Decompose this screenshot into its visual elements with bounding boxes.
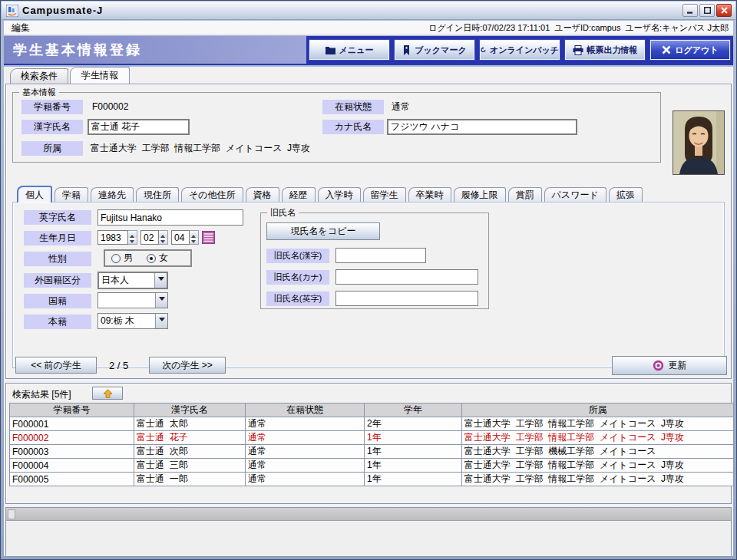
old-name-kanji-input[interactable] [335,248,426,263]
kana-name-input[interactable] [387,119,577,135]
old-name-legend: 旧氏名 [267,207,299,218]
nationality-label: 国籍 [24,294,91,308]
domicile-select[interactable]: 09:栃 木 [97,313,168,329]
spin-down-icon [190,238,198,245]
domicile-value: 09:栃 木 [98,314,155,328]
old-name-english-label: 旧氏名(英字) [266,292,329,306]
minimize-icon [687,7,694,14]
pager-position: 2 / 5 [109,358,128,373]
result-row[interactable]: F000001富士通 太郎通常2年富士通大学 工学部 情報工学部 メイトコース … [10,417,734,431]
birthdate-group: 1983 02 04 [97,230,215,245]
birth-month-field[interactable]: 02 [140,230,159,245]
printer-icon [573,45,583,55]
next-student-button[interactable]: 次の学生 >> [149,357,226,374]
refresh-icon [481,44,486,55]
chevron-down-icon [158,277,164,284]
tab-contact[interactable]: 連絡先 [91,187,134,203]
old-name-english-input[interactable] [335,291,478,306]
personal-tab-panel: 英字氏名 生年月日 1983 02 04 性別 [12,202,725,368]
student-no-label: 学籍番号 [21,100,83,114]
tab-extension[interactable]: 拡張 [609,187,643,203]
birth-day-field[interactable]: 04 [171,230,190,245]
page-banner: 学生基本情報登録 メニュー ブックマーク オンラインバッチ 帳票出力情報 ログア… [4,36,733,65]
tab-current-address[interactable]: 現住所 [136,187,179,203]
col-status: 在籍状態 [246,404,365,417]
online-batch-button[interactable]: オンラインバッチ [480,40,560,60]
birth-year-stepper[interactable] [128,230,137,245]
spin-up-icon [159,231,167,238]
bookmark-icon [402,45,411,55]
spin-down-icon [128,238,137,245]
english-name-input[interactable] [97,209,243,226]
tab-history[interactable]: 経歴 [282,187,316,203]
old-name-kana-label: 旧氏名(カナ) [266,270,329,285]
report-output-button[interactable]: 帳票出力情報 [565,40,645,60]
affiliation-value: 富士通大学 工学部 情報工学部 メイトコース J専攻 [91,141,310,156]
foreign-category-value: 日本人 [99,273,154,288]
dropdown-arrow-button[interactable] [155,293,167,308]
birth-month-stepper[interactable] [159,230,168,245]
result-row[interactable]: F000005富士通 一郎通常1年富士通大学 工学部 情報工学部 メイトコース … [10,473,734,486]
basic-info-legend: 基本情報 [19,87,59,97]
client-area: 検索条件 学生情報 基本情報 学籍番号 F000002 在籍状態 通常 漢字氏名… [4,67,733,556]
dropdown-arrow-button[interactable] [155,314,167,328]
tab-password[interactable]: パスワード [544,187,606,203]
copy-current-name-button[interactable]: 現氏名をコピー [266,222,380,240]
kana-name-label: カナ氏名 [322,120,384,134]
result-row[interactable]: F000004富士通 三郎通常1年富士通大学 工学部 情報工学部 メイトコース … [10,459,734,473]
collapse-results-button[interactable] [92,387,123,400]
birthdate-label: 生年月日 [24,231,91,245]
kanji-name-input[interactable] [88,119,190,135]
dropdown-arrow-button[interactable] [154,273,167,288]
enrollment-status-label: 在籍状態 [322,100,384,114]
close-button[interactable] [716,4,732,17]
tab-graduation[interactable]: 卒業時 [408,187,451,203]
calendar-icon[interactable] [202,231,215,244]
tab-international[interactable]: 留学生 [363,187,406,203]
detail-tab-bar: 個人 学籍 連絡先 現住所 その他住所 資格 経歴 入学時 留学生 卒業時 履修… [17,186,645,203]
kanji-name-label: 漢字氏名 [21,120,83,134]
spin-up-icon [128,231,137,238]
tab-at-admission[interactable]: 入学時 [318,187,361,203]
tab-other-address[interactable]: その他住所 [181,187,243,203]
target-icon [653,360,664,371]
session-info: ログイン日時:07/02/23 17:11:01 ユーザID:campus ユー… [428,22,733,34]
english-name-label: 英字氏名 [24,210,91,225]
birth-year-field[interactable]: 1983 [97,230,128,245]
maximize-button[interactable] [699,4,715,17]
application-window: Campusmate-J 編集 ログイン日時:07/02/23 17:11:01… [0,0,737,560]
banner-button-strip: メニュー ブックマーク オンラインバッチ 帳票出力情報 ログアウト [306,36,733,64]
tab-credit-limit[interactable]: 履修上限 [454,187,506,203]
menu-button[interactable]: メニュー [309,40,389,60]
logout-button[interactable]: ログアウト [650,40,730,60]
tab-student-info[interactable]: 学生情報 [70,67,130,84]
gender-male-radio[interactable]: 男 [111,252,133,265]
search-results-table: 学籍番号 漢字氏名 在籍状態 学年 所属 F000001富士通 太郎通常2年富士… [9,403,734,486]
message-panel [5,507,732,557]
radio-unselected-icon [111,254,121,263]
tab-search-conditions[interactable]: 検索条件 [10,68,68,84]
result-row-selected[interactable]: F000002富士通 花子通常1年富士通大学 工学部 情報工学部 メイトコース … [10,431,734,445]
gender-female-radio[interactable]: 女 [147,252,168,265]
prev-student-button[interactable]: << 前の学生 [15,357,97,374]
title-bar[interactable]: Campusmate-J [2,2,735,20]
message-panel-header[interactable] [6,508,731,521]
tab-qualifications[interactable]: 資格 [246,187,279,203]
col-grade: 学年 [365,404,462,417]
table-header-row: 学籍番号 漢字氏名 在籍状態 学年 所属 [10,404,734,417]
menu-item-edit[interactable]: 編集 [4,21,38,35]
old-name-kana-input[interactable] [335,269,478,285]
birth-day-stepper[interactable] [190,230,199,245]
nationality-select[interactable] [97,292,168,308]
gender-label: 性別 [24,252,91,266]
tab-registry[interactable]: 学籍 [55,187,88,203]
result-row[interactable]: F000003富士通 次郎通常1年富士通大学 工学部 機械工学部 メイトコース [10,445,734,459]
tab-personal[interactable]: 個人 [17,186,52,203]
update-button[interactable]: 更新 [612,356,727,375]
tab-rewards[interactable]: 賞罰 [508,187,542,203]
student-no-value: F000002 [92,100,128,114]
splitter-handle[interactable] [8,509,15,519]
bookmark-button[interactable]: ブックマーク [395,40,474,60]
minimize-button[interactable] [682,4,698,17]
foreign-category-select[interactable]: 日本人 [97,272,168,289]
